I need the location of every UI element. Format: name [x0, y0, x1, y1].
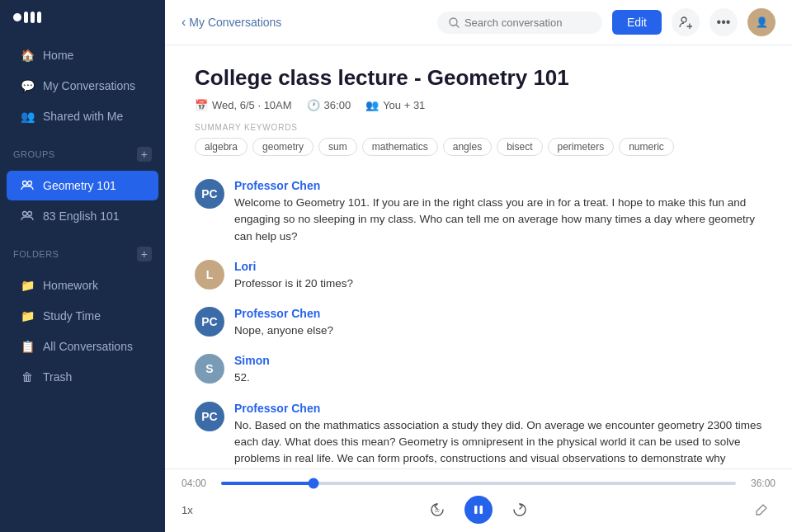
message-avatar: PC — [195, 402, 224, 431]
message-text: No. Based on the mathmatics association … — [234, 417, 762, 469]
message-sender: Lori — [234, 260, 353, 273]
rewind-button[interactable]: 10 — [423, 496, 451, 524]
transcript-edit-button[interactable] — [747, 496, 776, 524]
message-sender: Simon — [234, 354, 270, 367]
svg-text:10: 10 — [435, 508, 440, 513]
sidebar-item-my-conversations-label: My Conversations — [43, 79, 135, 92]
sidebar-item-all-conversations[interactable]: 📋 All Conversations — [7, 332, 158, 361]
folders-section-label: FOLDERS + — [0, 237, 165, 265]
folder-icon-homework: 📁 — [20, 278, 35, 293]
more-options-button[interactable]: ••• — [710, 8, 738, 36]
keywords-label: SUMMARY KEYWORDS — [195, 123, 762, 132]
groups-section-label: GROUPS + — [0, 137, 165, 165]
svg-point-3 — [28, 212, 32, 216]
message: PC Professor Chen Welcome to Geometry 10… — [195, 179, 762, 245]
sidebar-item-study-time[interactable]: 📁 Study Time — [7, 301, 158, 331]
keywords-list: algebrageometrysummathematicsanglesbisec… — [195, 138, 762, 156]
logo — [0, 0, 165, 35]
message: PC Professor Chen Nope, anyone else? — [195, 307, 762, 339]
conversation-content: College class lecture - Geometry 101 📅 W… — [165, 45, 792, 468]
sidebar-item-trash-label: Trash — [43, 370, 72, 384]
sidebar-item-homework-label: Homework — [43, 279, 98, 292]
sidebar-item-geometry-label: Geometry 101 — [43, 179, 116, 192]
messages-list: PC Professor Chen Welcome to Geometry 10… — [195, 179, 762, 468]
message-sender: Professor Chen — [234, 402, 762, 415]
message-sender: Professor Chen — [234, 179, 762, 192]
edit-button[interactable]: Edit — [612, 10, 662, 35]
sidebar-nav: 🏠 Home 💬 My Conversations 👥 Shared with … — [0, 35, 165, 137]
sidebar-item-study-label: Study Time — [43, 309, 101, 322]
sidebar-item-home-label: Home — [43, 49, 73, 62]
sidebar-item-english-101[interactable]: 83 English 101 — [7, 201, 158, 231]
search-input[interactable] — [464, 16, 591, 29]
topbar: ‹ My Conversations Edit ••• 👤 — [165, 0, 792, 45]
sidebar-item-home[interactable]: 🏠 Home — [7, 40, 158, 70]
sidebar-item-shared-with-me[interactable]: 👥 Shared with Me — [7, 101, 158, 131]
sidebar-item-english-label: 83 English 101 — [43, 210, 120, 223]
sidebar-item-geometry-101[interactable]: Geometry 101 — [7, 171, 158, 200]
back-button[interactable]: ‹ My Conversations — [182, 15, 281, 30]
logo-mark — [13, 12, 41, 23]
sidebar-item-all-label: All Conversations — [43, 340, 133, 353]
message-sender: Professor Chen — [234, 307, 333, 320]
message-content: Professor Chen Welcome to Geometry 101. … — [234, 179, 762, 245]
sidebar-item-homework[interactable]: 📁 Homework — [7, 271, 158, 300]
message: L Lori Professor is it 20 times? — [195, 260, 762, 292]
back-label: My Conversations — [189, 16, 281, 29]
search-icon — [449, 17, 460, 28]
message-content: Simon 52. — [234, 354, 270, 386]
progress-track[interactable] — [221, 482, 736, 485]
progress-thumb — [309, 478, 319, 489]
message-text: Nope, anyone else? — [234, 322, 333, 339]
current-time: 04:00 — [182, 478, 213, 489]
svg-point-1 — [28, 181, 32, 186]
meta-duration: 🕐 36:00 — [307, 99, 351, 111]
conversation-title: College class lecture - Geometry 101 — [195, 65, 762, 91]
groups-list: Geometry 101 83 English 101 — [0, 165, 165, 237]
keyword-tag: geometry — [252, 138, 314, 156]
search-box — [437, 12, 602, 34]
svg-point-2 — [23, 212, 27, 216]
meta-participants: 👥 You + 31 — [365, 99, 425, 111]
forward-button[interactable] — [506, 496, 534, 524]
progress-fill — [221, 482, 314, 485]
keywords-section: SUMMARY KEYWORDS algebrageometrysummathe… — [195, 123, 762, 156]
message-content: Professor Chen Nope, anyone else? — [234, 307, 333, 339]
message-avatar: L — [195, 260, 224, 290]
play-pause-button[interactable] — [464, 496, 493, 524]
svg-point-0 — [23, 181, 27, 186]
keyword-tag: mathematics — [362, 138, 438, 156]
clock-icon: 🕐 — [307, 99, 320, 111]
user-avatar[interactable]: 👤 — [747, 8, 776, 36]
progress-row: 04:00 36:00 — [182, 478, 776, 489]
svg-line-5 — [456, 25, 459, 27]
total-time: 36:00 — [744, 478, 776, 489]
add-participant-button[interactable] — [672, 8, 700, 36]
message: PC Professor Chen No. Based on the mathm… — [195, 402, 762, 469]
message-content: Professor Chen No. Based on the mathmati… — [234, 402, 762, 469]
logo-bar3 — [37, 12, 41, 23]
message-text: Welcome to Geometry 101. If you are in t… — [234, 195, 762, 245]
sidebar-item-my-conversations[interactable]: 💬 My Conversations — [7, 71, 158, 101]
keyword-tag: numeric — [619, 138, 674, 156]
message-text: 52. — [234, 370, 270, 386]
add-folder-button[interactable]: + — [137, 247, 152, 261]
keyword-tag: angles — [443, 138, 492, 156]
message-text: Professor is it 20 times? — [234, 275, 353, 292]
message-avatar: PC — [195, 179, 224, 209]
meta-row: 📅 Wed, 6/5 · 10AM 🕐 36:00 👥 You + 31 — [195, 99, 762, 111]
sidebar: 🏠 Home 💬 My Conversations 👥 Shared with … — [0, 0, 165, 532]
all-conversations-icon: 📋 — [20, 339, 35, 354]
participants-icon: 👥 — [365, 99, 379, 111]
add-group-button[interactable]: + — [137, 147, 152, 162]
keyword-tag: bisect — [497, 138, 542, 156]
calendar-icon: 📅 — [195, 99, 208, 111]
message-avatar: PC — [195, 307, 224, 337]
folder-icon-study: 📁 — [20, 308, 35, 323]
group-icon-english — [20, 209, 35, 224]
home-icon: 🏠 — [20, 48, 35, 63]
svg-rect-10 — [474, 506, 478, 514]
logo-bar1 — [24, 12, 28, 23]
sidebar-item-trash[interactable]: 🗑 Trash — [7, 362, 158, 392]
keyword-tag: perimeters — [548, 138, 615, 156]
